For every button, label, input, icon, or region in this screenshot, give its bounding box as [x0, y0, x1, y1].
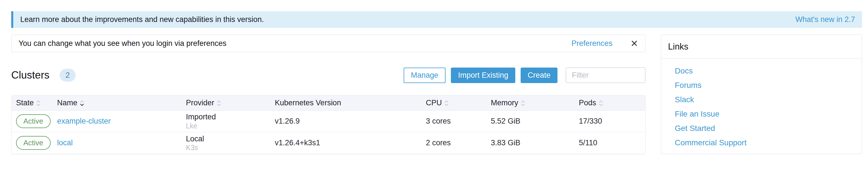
pods-cell: 17/330: [575, 110, 645, 132]
page-title: Clusters: [11, 69, 50, 81]
provider-cell: Local K3s: [181, 132, 270, 154]
whats-new-link[interactable]: What's new in 2.7: [796, 15, 855, 24]
kubernetes-version-cell: v1.26.9: [270, 110, 421, 132]
pods-cell: 5/110: [575, 132, 645, 154]
cluster-name-link[interactable]: example-cluster: [57, 117, 111, 125]
list-item: Commercial Support: [675, 138, 862, 147]
status-badge: Active: [16, 136, 51, 150]
version-banner: Learn more about the improvements and ne…: [11, 11, 862, 28]
links-list: Docs Forums Slack File an Issue Get Star…: [661, 59, 862, 147]
column-header-name[interactable]: Name: [53, 95, 181, 110]
memory-cell: 5.52 GiB: [486, 110, 575, 132]
memory-cell: 3.83 GiB: [486, 132, 575, 154]
column-header-provider[interactable]: Provider: [181, 95, 270, 110]
column-header-cpu[interactable]: CPU: [421, 95, 486, 110]
preferences-link[interactable]: Preferences: [571, 39, 613, 48]
sort-icon: [36, 100, 40, 106]
cpu-cell: 3 cores: [421, 110, 486, 132]
cluster-count-badge: 2: [60, 69, 76, 82]
status-badge: Active: [16, 114, 51, 128]
sort-icon: [217, 100, 221, 106]
provider-name: Local: [186, 134, 268, 143]
commercial-support-link[interactable]: Commercial Support: [675, 138, 746, 147]
table-row[interactable]: Active example-cluster Imported Lke v1.2…: [11, 110, 645, 132]
import-existing-button[interactable]: Import Existing: [451, 67, 515, 83]
list-item: Slack: [675, 95, 862, 104]
provider-distro: Lke: [186, 122, 268, 130]
content-area: You can change what you see when you log…: [11, 35, 862, 154]
kubernetes-version-cell: v1.26.4+k3s1: [270, 132, 421, 154]
state-cell: Active: [11, 110, 53, 132]
column-header-kubernetes-version: Kubernetes Version: [270, 95, 421, 110]
column-header-state[interactable]: State: [11, 95, 53, 110]
list-item: Forums: [675, 81, 862, 90]
docs-link[interactable]: Docs: [675, 66, 693, 75]
cpu-cell: 2 cores: [421, 132, 486, 154]
list-item: Docs: [675, 66, 862, 76]
sort-icon: [80, 100, 84, 106]
list-item: Get Started: [675, 124, 862, 133]
sort-icon: [444, 100, 448, 106]
list-item: File an Issue: [675, 110, 862, 119]
name-cell: example-cluster: [53, 110, 181, 132]
main-column: You can change what you see when you log…: [11, 35, 646, 154]
links-panel-title: Links: [661, 35, 862, 59]
state-cell: Active: [11, 132, 53, 154]
provider-distro: K3s: [186, 143, 268, 152]
manage-button[interactable]: Manage: [404, 67, 446, 83]
preferences-banner: You can change what you see when you log…: [11, 35, 646, 52]
table-row[interactable]: Active local Local K3s v1.26.4+k3s1 2 co…: [11, 132, 645, 154]
create-button[interactable]: Create: [521, 67, 557, 83]
table-header-row: State Name Provider Kubernetes Version: [11, 95, 645, 110]
get-started-link[interactable]: Get Started: [675, 124, 715, 133]
provider-cell: Imported Lke: [181, 110, 270, 132]
file-an-issue-link[interactable]: File an Issue: [675, 110, 719, 118]
preferences-banner-message: You can change what you see when you log…: [19, 39, 226, 48]
slack-link[interactable]: Slack: [675, 95, 694, 104]
forums-link[interactable]: Forums: [675, 81, 702, 90]
provider-name: Imported: [186, 112, 268, 121]
page-header: Clusters 2 Manage Import Existing Create: [11, 67, 646, 83]
links-panel: Links Docs Forums Slack File an Issue Ge…: [661, 35, 862, 154]
column-header-pods[interactable]: Pods: [575, 95, 645, 110]
name-cell: local: [53, 132, 181, 154]
column-header-memory[interactable]: Memory: [486, 95, 575, 110]
version-banner-message: Learn more about the improvements and ne…: [20, 15, 264, 24]
sort-icon: [521, 100, 525, 106]
clusters-table: State Name Provider Kubernetes Version: [11, 95, 646, 154]
filter-input[interactable]: [566, 67, 646, 83]
close-icon[interactable]: ✕: [630, 39, 638, 48]
cluster-manager-page: Learn more about the improvements and ne…: [0, 0, 868, 174]
cluster-name-link[interactable]: local: [57, 139, 73, 147]
sort-icon: [599, 100, 603, 106]
